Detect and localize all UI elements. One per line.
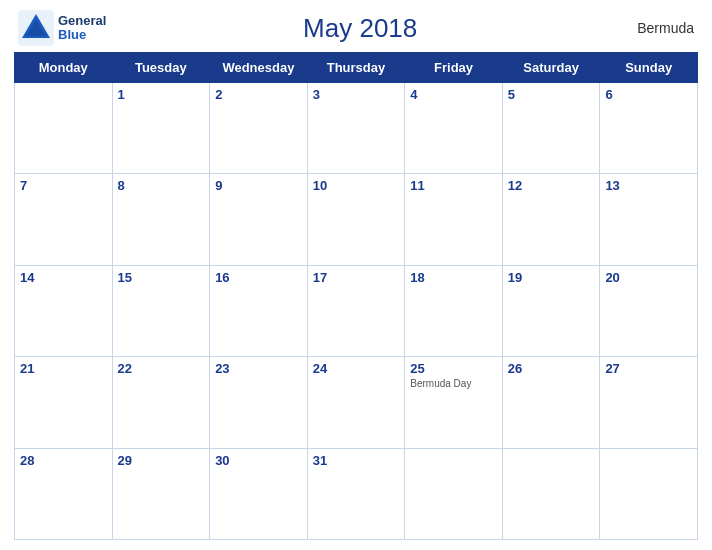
day-number: 30: [215, 453, 302, 468]
header-tuesday: Tuesday: [112, 53, 210, 83]
cell-w4-d6: 26: [502, 357, 600, 448]
day-number: 11: [410, 178, 497, 193]
day-number: 15: [118, 270, 205, 285]
cell-w2-d6: 12: [502, 174, 600, 265]
day-number: 6: [605, 87, 692, 102]
logo-icon: [18, 10, 54, 46]
cell-w3-d1: 14: [15, 265, 113, 356]
cell-w3-d5: 18: [405, 265, 503, 356]
day-number: 1: [118, 87, 205, 102]
logo-text: General Blue: [58, 14, 106, 43]
cell-w5-d1: 28: [15, 448, 113, 539]
cell-w4-d2: 22: [112, 357, 210, 448]
day-number: 12: [508, 178, 595, 193]
cell-w1-d5: 4: [405, 83, 503, 174]
day-number: 20: [605, 270, 692, 285]
day-number: 24: [313, 361, 400, 376]
day-number: 22: [118, 361, 205, 376]
calendar-table: Monday Tuesday Wednesday Thursday Friday…: [14, 52, 698, 540]
header-friday: Friday: [405, 53, 503, 83]
day-number: 5: [508, 87, 595, 102]
day-number: 13: [605, 178, 692, 193]
day-number: 28: [20, 453, 107, 468]
day-number: 3: [313, 87, 400, 102]
cell-w5-d4: 31: [307, 448, 405, 539]
header-saturday: Saturday: [502, 53, 600, 83]
day-number: 19: [508, 270, 595, 285]
region-label: Bermuda: [614, 20, 694, 36]
day-number: 21: [20, 361, 107, 376]
cell-w1-d1: [15, 83, 113, 174]
cell-w4-d4: 24: [307, 357, 405, 448]
cell-w2-d3: 9: [210, 174, 308, 265]
cell-w1-d2: 1: [112, 83, 210, 174]
cell-w1-d7: 6: [600, 83, 698, 174]
day-number: 7: [20, 178, 107, 193]
header-wednesday: Wednesday: [210, 53, 308, 83]
header-thursday: Thursday: [307, 53, 405, 83]
logo: General Blue: [18, 10, 106, 46]
cell-w2-d7: 13: [600, 174, 698, 265]
cell-w2-d4: 10: [307, 174, 405, 265]
cell-w5-d7: [600, 448, 698, 539]
week-row-1: 123456: [15, 83, 698, 174]
cell-w3-d2: 15: [112, 265, 210, 356]
day-number: 17: [313, 270, 400, 285]
day-number: 4: [410, 87, 497, 102]
day-number: 18: [410, 270, 497, 285]
cell-w4-d7: 27: [600, 357, 698, 448]
weekday-header-row: Monday Tuesday Wednesday Thursday Friday…: [15, 53, 698, 83]
day-number: 2: [215, 87, 302, 102]
cell-w2-d2: 8: [112, 174, 210, 265]
week-row-2: 78910111213: [15, 174, 698, 265]
cell-w2-d1: 7: [15, 174, 113, 265]
cell-w3-d3: 16: [210, 265, 308, 356]
day-number: 25: [410, 361, 497, 376]
header-monday: Monday: [15, 53, 113, 83]
cell-w5-d6: [502, 448, 600, 539]
cell-w5-d3: 30: [210, 448, 308, 539]
week-row-4: 2122232425Bermuda Day2627: [15, 357, 698, 448]
holiday-label: Bermuda Day: [410, 378, 497, 389]
cell-w5-d2: 29: [112, 448, 210, 539]
cell-w1-d3: 2: [210, 83, 308, 174]
day-number: 31: [313, 453, 400, 468]
cell-w3-d4: 17: [307, 265, 405, 356]
day-number: 10: [313, 178, 400, 193]
day-number: 9: [215, 178, 302, 193]
day-number: 29: [118, 453, 205, 468]
header: General Blue May 2018 Bermuda: [14, 10, 698, 46]
cell-w1-d4: 3: [307, 83, 405, 174]
logo-line2: Blue: [58, 28, 106, 42]
cell-w3-d7: 20: [600, 265, 698, 356]
cell-w4-d5: 25Bermuda Day: [405, 357, 503, 448]
day-number: 14: [20, 270, 107, 285]
week-row-5: 28293031: [15, 448, 698, 539]
calendar-container: General Blue May 2018 Bermuda Monday Tue…: [0, 0, 712, 550]
day-number: 23: [215, 361, 302, 376]
cell-w4-d3: 23: [210, 357, 308, 448]
cell-w3-d6: 19: [502, 265, 600, 356]
day-number: 16: [215, 270, 302, 285]
week-row-3: 14151617181920: [15, 265, 698, 356]
calendar-title: May 2018: [106, 13, 614, 44]
cell-w5-d5: [405, 448, 503, 539]
cell-w1-d6: 5: [502, 83, 600, 174]
header-sunday: Sunday: [600, 53, 698, 83]
cell-w2-d5: 11: [405, 174, 503, 265]
logo-line1: General: [58, 14, 106, 28]
day-number: 26: [508, 361, 595, 376]
day-number: 8: [118, 178, 205, 193]
day-number: 27: [605, 361, 692, 376]
cell-w4-d1: 21: [15, 357, 113, 448]
